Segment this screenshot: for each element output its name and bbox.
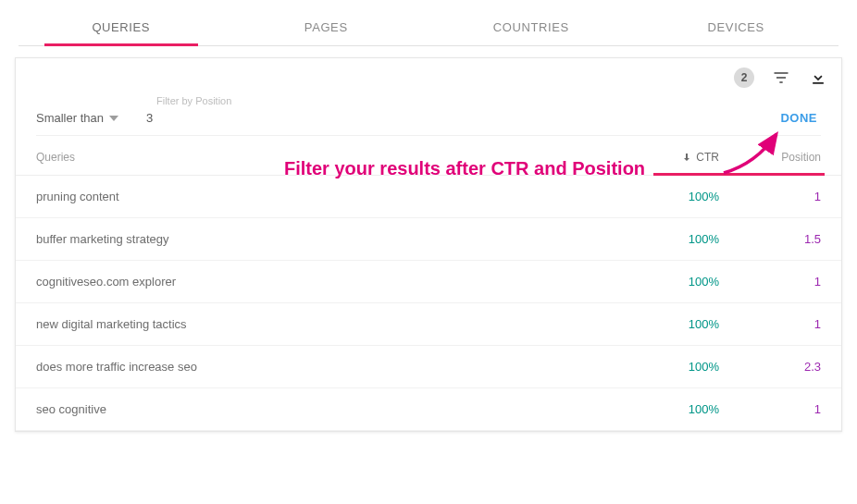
table-row[interactable]: cognitiveseo.com explorer 100% 1 [16,261,841,303]
filter-icon[interactable] [771,68,791,88]
row-position: 1 [719,317,821,331]
filter-operator-text: Smaller than [36,111,104,125]
table-row[interactable]: new digital marketing tactics 100% 1 [16,303,841,346]
results-card: Filter your results after CTR and Positi… [15,57,842,432]
done-button[interactable]: DONE [780,111,821,125]
sort-descending-icon [681,152,692,163]
row-query: new digital marketing tactics [36,317,627,331]
filter-row: Smaller than DONE [36,110,821,136]
column-ctr-label: CTR [696,151,719,164]
filter-value-input[interactable] [144,110,200,126]
row-ctr: 100% [627,190,719,203]
filter-area: Filter by Position Smaller than DONE [16,58,841,136]
column-queries[interactable]: Queries [36,151,627,164]
row-position: 1.5 [719,232,821,246]
column-ctr[interactable]: CTR [627,151,719,164]
card-toolbar: 2 [734,68,828,88]
row-position: 1 [719,190,821,203]
tab-queries[interactable]: QUERIES [19,7,224,45]
row-position: 1 [719,275,821,289]
chevron-down-icon [109,114,118,123]
row-position: 1 [719,402,821,416]
column-position[interactable]: Position [719,151,821,164]
tab-devices[interactable]: DEVICES [634,7,839,45]
table-row[interactable]: seo cognitive 100% 1 [16,388,841,431]
row-query: does more traffic increase seo [36,360,627,374]
filter-field-label: Filter by Position [156,95,821,106]
tab-countries[interactable]: COUNTRIES [428,7,634,45]
row-ctr: 100% [627,360,719,374]
column-headers: Queries CTR Position [16,136,841,176]
row-query: cognitiveseo.com explorer [36,275,627,289]
tab-pages[interactable]: PAGES [224,7,429,45]
row-ctr: 100% [627,317,719,331]
filter-count-badge: 2 [734,68,754,88]
tabs-bar: QUERIES PAGES COUNTRIES DEVICES [19,0,838,46]
row-ctr: 100% [627,402,719,416]
table-row[interactable]: pruning content 100% 1 [16,176,841,218]
filter-operator-dropdown[interactable]: Smaller than [36,111,118,125]
row-ctr: 100% [627,232,719,246]
row-query: pruning content [36,190,627,203]
table-row[interactable]: buffer marketing strategy 100% 1.5 [16,218,841,261]
row-position: 2.3 [719,360,821,374]
row-query: seo cognitive [36,402,627,416]
row-query: buffer marketing strategy [36,232,627,246]
download-icon[interactable] [808,68,828,88]
selected-columns-underline [653,173,825,176]
row-ctr: 100% [627,275,719,289]
table-row[interactable]: does more traffic increase seo 100% 2.3 [16,346,841,388]
